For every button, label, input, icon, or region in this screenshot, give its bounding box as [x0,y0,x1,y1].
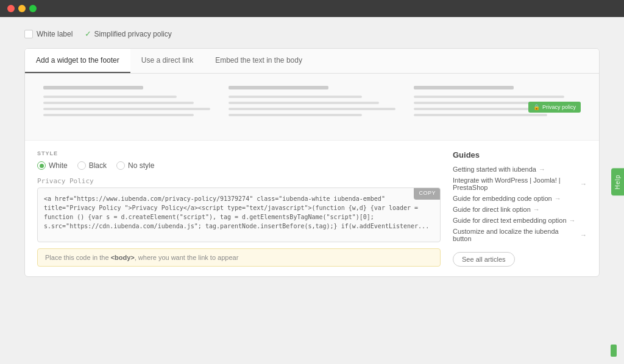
guides-title: Guides [453,150,587,159]
minimize-button[interactable] [18,5,26,12]
preview-area: 🔒 Privacy policy [25,74,599,141]
main-content: White label ✓ Simplified privacy policy … [0,17,624,364]
guide-link-label: Getting started with iubenda [453,166,536,173]
white-label-option[interactable]: White label [24,30,73,38]
tab-bar: Add a widget to the footer Use a direct … [25,49,599,74]
preview-line [414,96,564,98]
preview-line [229,86,328,89]
preview-line [229,114,362,116]
style-label: STYLE [37,150,441,156]
guide-link-direct-text[interactable]: Guide for direct text embedding option → [453,217,587,224]
info-box: Place this code in the <body>, where you… [37,248,441,267]
preview-line [43,86,143,89]
black-label: Black [89,161,107,170]
white-label: White [49,161,68,170]
style-black-option[interactable]: Black [77,161,107,170]
tab-embed-body[interactable]: Embed the text in the body [204,49,313,73]
simplified-privacy-text: Simplified privacy policy [94,30,171,38]
help-button[interactable]: Help [611,169,624,196]
guide-link-label: Integrate with WordPress | Joomla! | Pre… [453,177,578,191]
info-text-before: Place this code in the [45,254,111,261]
code-content: <a href="https://www.iubenda.com/privacy… [44,195,429,229]
arrow-icon: → [580,231,587,239]
scroll-indicator[interactable] [611,345,617,357]
preview-line [229,102,379,104]
left-panel: STYLE White Black No style [37,150,441,267]
info-code-text: <body> [111,254,135,261]
info-text-after: , where you want the link to appear [135,254,239,261]
arrow-icon: → [539,166,545,173]
guide-link-label: Guide for embedding code option [453,195,552,202]
top-options-bar: White label ✓ Simplified privacy policy [24,29,600,38]
preview-line [414,114,547,116]
guide-link-label: Customize and localize the iubenda butto… [453,228,578,242]
simplified-privacy-option[interactable]: ✓ Simplified privacy policy [85,29,171,38]
arrow-icon: → [569,217,576,224]
white-label-checkbox[interactable] [24,30,33,38]
preview-line [43,96,177,98]
arrow-icon: → [580,180,587,187]
preview-col-1 [43,86,210,128]
privacy-policy-badge: 🔒 Privacy policy [528,102,581,113]
white-radio[interactable] [37,161,46,170]
see-all-articles-button[interactable]: See all articles [453,252,515,267]
guide-link-integrate[interactable]: Integrate with WordPress | Joomla! | Pre… [453,177,587,191]
preview-line [43,102,194,104]
main-card: Add a widget to the footer Use a direct … [24,48,600,277]
tab-direct-link[interactable]: Use a direct link [130,49,204,73]
guide-link-label: Guide for direct link option [453,206,531,213]
right-panel: Guides Getting started with iubenda → In… [453,150,587,267]
preview-line [43,114,194,116]
maximize-button[interactable] [29,5,37,12]
check-icon: ✓ [85,29,91,38]
preview-line [414,86,514,89]
code-box: COPY <a href="https://www.iubenda.com/pr… [37,187,441,242]
nostyle-radio[interactable] [116,161,125,170]
style-white-option[interactable]: White [37,161,68,170]
preview-line [229,108,395,110]
copy-button[interactable]: COPY [414,187,441,200]
black-radio[interactable] [77,161,86,170]
close-button[interactable] [7,5,15,12]
guide-link-customize[interactable]: Customize and localize the iubenda butto… [453,228,587,242]
style-options: White Black No style [37,161,441,170]
guide-link-getting-started[interactable]: Getting started with iubenda → [453,166,587,173]
shield-icon: 🔒 [533,104,540,110]
card-body: STYLE White Black No style [25,141,599,276]
guide-link-direct-link[interactable]: Guide for direct link option → [453,206,587,213]
nostyle-label: No style [128,161,154,170]
guide-link-embedding-code[interactable]: Guide for embedding code option → [453,195,587,202]
style-nostyle-option[interactable]: No style [116,161,154,170]
guide-link-label: Guide for direct text embedding option [453,217,567,224]
tab-widget-footer[interactable]: Add a widget to the footer [25,49,130,73]
preview-line [43,108,210,110]
preview-col-2 [229,86,395,128]
preview-line [229,96,362,98]
arrow-icon: → [533,206,540,213]
arrow-icon: → [555,195,561,202]
radio-dot [40,164,44,168]
titlebar [0,0,624,17]
code-section-title: Privacy Policy [37,177,441,185]
white-label-text: White label [37,30,73,38]
